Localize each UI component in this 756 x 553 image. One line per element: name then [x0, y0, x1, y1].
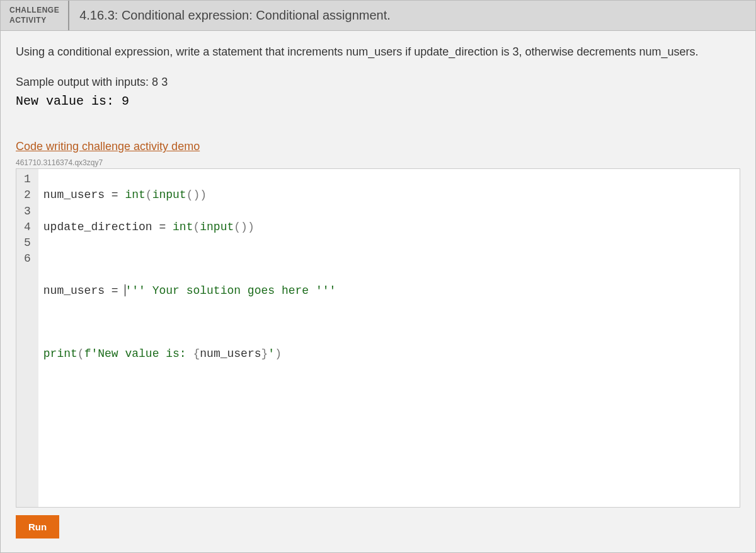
gutter-line: 5	[19, 235, 36, 251]
code-line: print(f'New value is: {num_users}')	[43, 346, 735, 362]
challenge-container: CHALLENGE ACTIVITY 4.16.3: Conditional e…	[0, 0, 756, 553]
gutter-line: 6	[19, 251, 36, 267]
challenge-badge: CHALLENGE ACTIVITY	[1, 1, 69, 30]
instructions-text: Using a conditional expression, write a …	[16, 44, 740, 61]
code-line	[43, 251, 735, 267]
gutter-line: 4	[19, 219, 36, 235]
code-line: num_users = ''' Your solution goes here …	[43, 283, 735, 299]
code-area[interactable]: num_users = int(input()) update_directio…	[38, 169, 740, 507]
line-gutter: 1 2 3 4 5 6	[16, 169, 38, 507]
activity-title: 4.16.3: Conditional expression: Conditio…	[69, 1, 401, 30]
badge-line1: CHALLENGE	[9, 6, 59, 16]
badge-line2: ACTIVITY	[9, 16, 59, 26]
gutter-line: 1	[19, 172, 36, 187]
gutter-line: 3	[19, 204, 36, 219]
header-bar: CHALLENGE ACTIVITY 4.16.3: Conditional e…	[1, 1, 755, 31]
code-line: update_direction = int(input())	[43, 219, 735, 235]
gutter-line: 2	[19, 187, 36, 203]
code-line	[43, 315, 735, 330]
code-editor[interactable]: 1 2 3 4 5 6 num_users = int(input()) upd…	[16, 168, 740, 508]
demo-link[interactable]: Code writing challenge activity demo	[16, 140, 740, 153]
run-row: Run	[16, 515, 740, 546]
content-area: Using a conditional expression, write a …	[1, 31, 755, 552]
code-line: num_users = int(input())	[43, 187, 735, 203]
tracking-id: 461710.3116374.qx3zqy7	[16, 158, 740, 167]
sample-output-value: New value is: 9	[16, 94, 740, 108]
sample-output-label: Sample output with inputs: 8 3	[16, 76, 740, 89]
run-button[interactable]: Run	[16, 515, 59, 538]
